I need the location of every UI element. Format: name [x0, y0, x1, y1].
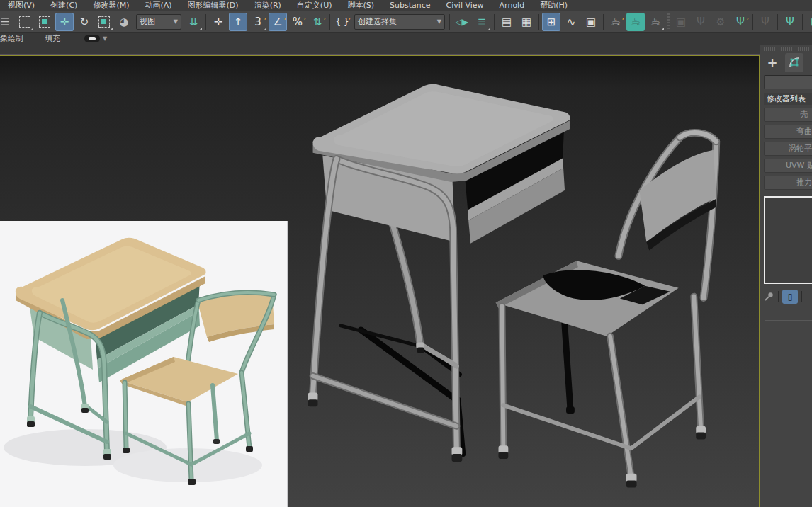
viewport-toolbar-strip [0, 45, 760, 55]
menu-item-10[interactable]: Civil View [439, 0, 492, 11]
toolbar-separator [777, 14, 778, 30]
modifier-stack[interactable] [764, 196, 812, 284]
reference-image [0, 221, 288, 507]
menu-item-7[interactable]: 自定义(U) [289, 0, 340, 11]
selection-set-dropdown[interactable]: 创建选择集▼ [354, 14, 445, 30]
rendered-frame-icon[interactable]: ☕ [626, 13, 645, 31]
tools-separator [801, 291, 802, 302]
ribbon-tab-populate[interactable]: 填充 [45, 33, 60, 45]
object-name-field[interactable] [764, 75, 812, 89]
menu-item-12[interactable]: 帮助(H) [532, 0, 575, 11]
angle-snap-icon[interactable]: ∠ʼ [269, 13, 287, 31]
toolbar-separator [802, 14, 803, 30]
select-place-icon[interactable]: ◕ [115, 13, 133, 31]
select-move-icon[interactable]: ✛ [55, 13, 74, 31]
chevron-down-icon: ▼ [174, 18, 178, 25]
select-rotate-icon[interactable]: ↻ [75, 13, 94, 31]
viewport[interactable] [0, 55, 760, 507]
menu-item-6[interactable]: 渲染(R) [247, 0, 289, 11]
scene-explorer-icon[interactable]: ▦ [517, 13, 536, 31]
menu-item-11[interactable]: Arnold [492, 0, 533, 11]
ribbon-minimize-button[interactable]: ▼ [84, 35, 107, 42]
reference-desk-chair [0, 221, 287, 507]
toolbar-separator [603, 14, 604, 30]
curve-editor-icon[interactable]: ∿ [562, 13, 580, 31]
select-and-link-icon[interactable]: ☰ [0, 13, 14, 31]
use-pivot-center-icon[interactable]: ⇊ [184, 13, 203, 31]
manipulate-icon[interactable]: Ψʼ [731, 13, 750, 31]
render-icon[interactable]: ☕ [646, 13, 665, 31]
tool-icon-5[interactable]: Ψ [781, 13, 799, 31]
selection-set-dropdown-value: 创建选择集 [358, 16, 397, 27]
layer-explorer-icon[interactable]: ▤ [497, 13, 516, 31]
schematic-view-icon[interactable]: ▣ [582, 13, 600, 31]
toolbar-separator [329, 14, 330, 30]
panel-divider [765, 320, 812, 321]
ribbon-pill-icon [84, 35, 100, 42]
dimmed-tool-icon-2[interactable]: Ψ [692, 13, 710, 31]
modifier-button-2[interactable]: 弯曲 [764, 125, 812, 139]
ribbon-toggle-icon[interactable]: ⊞ [542, 13, 560, 31]
snap-toggle-icon[interactable]: ✛ [209, 13, 227, 31]
toolbar-separator [752, 14, 753, 30]
mirror-icon[interactable]: ◁▶ [453, 13, 471, 31]
dimmed-tool-icon-4[interactable]: Ψ [756, 13, 774, 31]
percent-snap-icon[interactable]: %ʼ [288, 13, 307, 31]
ribbon-strip: 象绘制 填充 ▼ [0, 33, 812, 45]
render-setup-icon[interactable]: ☕ʼ [607, 13, 625, 31]
selection-region-icon[interactable] [16, 13, 34, 31]
modifier-button-3[interactable]: 涡轮平滑 [764, 142, 812, 156]
menu-item-3[interactable]: 修改器(M) [85, 0, 137, 11]
modifier-list-dropdown[interactable]: 修改器列表 [764, 93, 812, 105]
tools-separator [778, 291, 779, 302]
modify-icon [788, 56, 801, 69]
select-scale-icon[interactable] [95, 13, 113, 31]
tool-icon-6[interactable]: ⊞ [806, 13, 812, 31]
select-object-icon[interactable] [35, 13, 54, 31]
dimmed-tool-icon-1[interactable]: ▣ [672, 13, 690, 31]
menu-bar: 视图(V)创建(C)修改器(M)动画(A)图形编辑器(D)渲染(R)自定义(U)… [0, 0, 812, 11]
menu-item-2[interactable]: 创建(C) [43, 0, 85, 11]
toolbar-dotted-separator [667, 13, 670, 30]
menu-item-9[interactable]: Substance [382, 0, 439, 11]
align-icon[interactable]: ≣ [473, 13, 491, 31]
menu-item-8[interactable]: 脚本(S) [340, 0, 383, 11]
pin-stack-icon[interactable] [763, 291, 774, 302]
toolbar-separator [494, 14, 495, 30]
modifier-button-5[interactable]: 推力 [764, 176, 812, 190]
modify-tab-icon[interactable] [785, 53, 803, 72]
named-selection-sets-icon[interactable]: { }ʼ [333, 13, 351, 31]
chevron-down-icon: ▼ [437, 18, 441, 25]
reference-coordinate-dropdown[interactable]: 视图▼ [136, 14, 181, 30]
toolbar-separator [449, 14, 450, 30]
menu-item-4[interactable]: 动画(A) [137, 0, 179, 11]
chevron-down-icon: ▼ [103, 35, 107, 42]
model-desk-chair [292, 63, 752, 488]
menu-item-1[interactable]: 视图(V) [0, 0, 43, 11]
toolbar-separator [538, 14, 539, 30]
snap-mode-icon[interactable]: ↑ [229, 13, 247, 31]
reference-coordinate-dropdown-value: 视图 [140, 16, 155, 27]
dimmed-tool-icon-3[interactable]: ⚙ [711, 13, 730, 31]
snap-3d-icon[interactable]: 3ʼ [249, 13, 267, 31]
ribbon-tab-object-paint[interactable]: 象绘制 [0, 33, 23, 45]
create-tab-plus-icon[interactable]: + [764, 55, 781, 70]
modifier-button-1[interactable]: 壳 [764, 108, 812, 122]
show-end-result-toggle[interactable]: ▯ [782, 290, 798, 304]
main-toolbar: ☰✛↻◕视图▼⇊✛↑3ʼ∠ʼ%ʼ⇅ʼ{ }ʼ创建选择集▼◁▶≣▤▦⊞∿▣☕ʼ☕☕… [0, 11, 812, 33]
modifier-button-4[interactable]: UVW 贴图 [764, 159, 812, 173]
command-panel: + 修改器列表 壳弯曲涡轮平滑UVW 贴图推力 ▯ [760, 45, 812, 507]
spinner-snap-icon[interactable]: ⇅ʼ [308, 13, 327, 31]
toolbar-separator [205, 14, 206, 30]
menu-item-5[interactable]: 图形编辑器(D) [180, 0, 247, 11]
